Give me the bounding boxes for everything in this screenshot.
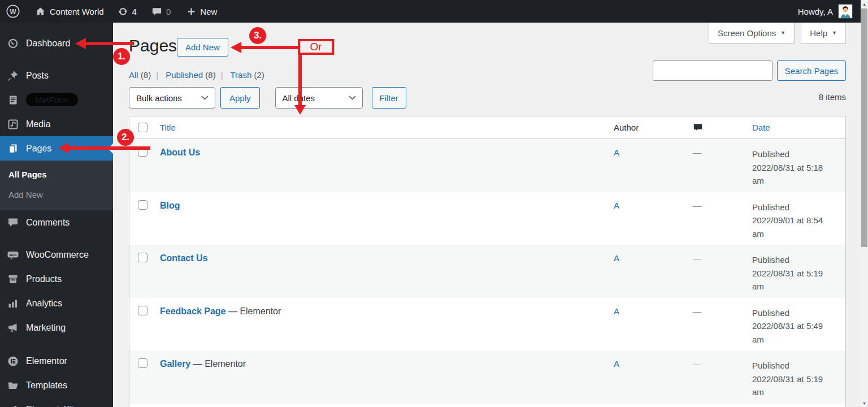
publish-meridiem: am [752,333,845,347]
site-name-label: Content World [50,7,104,16]
row-author-cell: A [613,245,692,298]
author-link[interactable]: A [614,359,619,369]
sidebar-item-analytics[interactable]: Analytics [0,291,113,315]
row-checkbox[interactable] [138,306,147,315]
woocommerce-icon: Woo [7,249,19,261]
filter-link-trash[interactable]: Trash [230,70,251,80]
publish-datetime: 2022/08/31 at 5:19 [752,267,845,280]
chevron-down-icon [201,96,209,100]
site-name-menu[interactable]: Content World [35,0,104,23]
comments-menu[interactable]: 0 [151,0,171,23]
author-link[interactable]: A [614,148,619,157]
screen-options-button[interactable]: Screen Options ▼ [709,23,795,44]
row-date-cell: Published 2022/08/31 at 5:19 am [751,350,845,404]
sidebar-item-posts[interactable]: Posts [0,63,113,88]
sort-title-link[interactable]: Title [160,123,176,132]
table-row-partial [129,404,845,407]
pages-submenu: All Pages Add New [0,161,113,210]
pages-icon [7,143,19,154]
row-date-cell: Published 2022/08/31 at 5:49 am [751,298,845,351]
author-link[interactable]: A [614,253,619,263]
filter-link-published[interactable]: Published [166,70,203,80]
row-checkbox-cell [129,298,152,351]
updates-menu[interactable]: 4 [118,0,137,23]
apply-button[interactable]: Apply [220,87,260,109]
page-title-link[interactable]: Gallery [160,359,190,369]
select-all-checkbox[interactable] [138,123,147,132]
sidebar-item-products[interactable]: Products [0,267,113,291]
search-input[interactable] [653,60,772,81]
row-checkbox[interactable] [138,358,147,368]
scroll-up-button[interactable]: ▲ [861,0,868,8]
add-new-button[interactable]: Add New [177,38,228,57]
page-title-link[interactable]: Feedback Page [160,306,226,316]
no-comments-dash: — [693,306,701,316]
chevron-down-icon: ▼ [832,30,837,36]
submenu-item-add-new[interactable]: Add New [0,184,113,205]
page-title-link[interactable]: Blog [160,201,180,210]
submenu-item-all-pages[interactable]: All Pages [0,164,113,184]
row-author-cell: A [613,139,692,192]
sidebar-item-elementor[interactable]: Elementor [0,349,113,373]
submenu-item-label: Add New [8,190,43,200]
chevron-down-icon: ▼ [780,30,785,36]
publish-datetime: 2022/08/31 at 5:19 [752,373,845,386]
dates-filter-select[interactable]: All dates [275,87,363,109]
row-checkbox-cell [129,192,152,245]
publish-status: Published [752,148,845,161]
sidebar-item-elementskit[interactable]: ElementsKit [0,397,113,407]
row-title-cell: Feedback Page — Elementor [152,298,613,351]
row-checkbox[interactable] [138,200,147,210]
filter-link-all[interactable]: All [129,70,138,80]
author-link[interactable]: A [614,201,619,210]
row-checkbox[interactable] [138,147,147,157]
view-filter-links: All (8)| Published (8)| Trash (2) [129,70,264,80]
pushpin-icon [7,70,19,81]
separator: | [221,70,223,80]
filter-button[interactable]: Filter [372,87,406,109]
scroll-down-button[interactable]: ▼ [861,399,868,407]
row-checkbox[interactable] [138,253,147,262]
row-comments-cell: — [692,245,751,298]
help-button[interactable]: Help ▼ [801,23,846,44]
sort-date-link[interactable]: Date [752,123,770,132]
sidebar-item-woocommerce[interactable]: Woo WooCommerce [0,243,113,267]
sidebar-item-comments[interactable]: Comments [0,210,113,235]
author-link[interactable]: A [614,306,619,316]
sidebar-item-marketing[interactable]: Marketing [0,315,113,340]
sidebar-item-pages[interactable]: Pages [0,136,113,161]
pages-list-table: Title Author Date About Us A — Published… [129,116,846,407]
comment-bubble-icon [7,217,19,228]
main-content: Screen Options ▼ Help ▼ Pages Add New Al… [113,23,861,407]
sidebar-item-media[interactable]: Media [0,112,113,136]
publish-meridiem: am [752,174,845,188]
avatar [838,4,853,19]
no-comments-dash: — [693,253,701,263]
bulk-actions-select[interactable]: Bulk actions [129,87,215,109]
publish-meridiem: am [752,227,845,241]
title-suffix: — Elementor [190,359,246,369]
sidebar-item-templates[interactable]: Templates [0,373,113,397]
updates-count: 4 [132,7,137,16]
row-author-cell: A [613,298,692,351]
plus-icon [186,7,196,16]
row-title-cell: About Us [152,139,613,192]
wordpress-admin-screen: W Content World 4 0 New [0,0,868,407]
my-account-menu[interactable]: Howdy, A [798,0,853,23]
sidebar-item-dashboard[interactable]: Dashboard [0,31,113,55]
header-comments-cell [692,116,751,138]
search-pages-button[interactable]: Search Pages [777,60,846,81]
table-row-blog: Blog A — Published 2022/09/01 at 8:54 am [129,192,845,245]
table-row-feedback-page: Feedback Page — Elementor A — Published … [129,298,845,351]
sidebar-item-metform-redacted[interactable]: MetForm [0,88,113,112]
admin-bar: W Content World 4 0 New [0,0,861,23]
table-row-contact-us: Contact Us A — Published 2022/08/31 at 5… [129,245,845,298]
row-date-cell: Published 2022/08/31 at 5:19 am [751,245,845,298]
wordpress-logo-menu[interactable]: W [0,0,26,23]
scrollbar-thumb[interactable] [861,8,867,247]
new-content-menu[interactable]: New [186,0,217,23]
page-title-link[interactable]: Contact Us [160,253,207,263]
page-title-link[interactable]: About Us [160,148,200,157]
bulk-actions-value: Bulk actions [136,93,182,103]
help-label: Help [810,28,827,38]
